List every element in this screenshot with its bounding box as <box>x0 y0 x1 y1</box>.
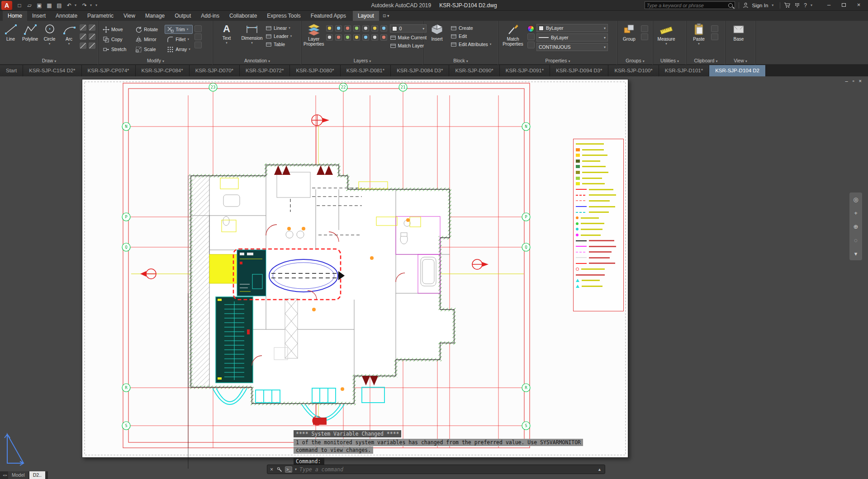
close-button[interactable]: × <box>851 0 866 10</box>
modify-array-button[interactable]: Array▾ <box>165 45 193 54</box>
modify-scale-button[interactable]: Scale <box>133 45 160 54</box>
groups-panel-title[interactable]: Groups▾ <box>617 57 653 65</box>
new-file-icon[interactable]: □ <box>15 1 24 9</box>
file-tab-ksr-sjp-c154-d2-[interactable]: KSR-SJP-C154 D2* <box>23 65 81 76</box>
ribbon-tab-output[interactable]: Output <box>170 11 196 21</box>
list-icon[interactable] <box>527 33 535 40</box>
qat-customize-icon[interactable]: ▾ <box>95 3 100 7</box>
help-dropdown-icon[interactable]: ▾ <box>811 3 815 7</box>
model-tab[interactable]: Model <box>8 471 28 479</box>
block-panel-title[interactable]: Block▾ <box>423 57 498 65</box>
file-tab-ksr-sjp-cp084-[interactable]: KSR-SJP-CP084* <box>136 65 190 76</box>
redo-icon[interactable]: ↷ <box>80 1 89 9</box>
navbar-more-icon[interactable]: ▾ <box>854 251 858 257</box>
layers-panel-title[interactable]: Layers▾ <box>302 57 423 65</box>
text-button[interactable]: A Text ▾ <box>215 22 238 57</box>
undo-dropdown-icon[interactable]: ▾ <box>75 3 79 7</box>
insert-button[interactable]: Insert <box>425 22 449 57</box>
modify-trim-button[interactable]: Trim▾ <box>165 25 193 34</box>
command-history-expand-icon[interactable]: ▲ <box>596 467 603 472</box>
command-dropdown-icon[interactable]: ▾ <box>295 467 297 471</box>
command-customize-icon[interactable] <box>277 467 282 472</box>
file-tab-ksr-sjp-cp074-[interactable]: KSR-SJP-CP074* <box>82 65 136 76</box>
minimize-button[interactable]: – <box>821 0 836 10</box>
open-file-icon[interactable]: ▱ <box>25 1 34 9</box>
color-sphere-icon[interactable] <box>527 25 534 32</box>
plot-icon[interactable]: ▤ <box>55 1 64 9</box>
layer-tool-icon-10[interactable] <box>344 34 351 41</box>
layer-tool-icon-7[interactable] <box>380 25 387 32</box>
modify-copy-button[interactable]: Copy <box>100 35 128 44</box>
layer-tool-icon-8[interactable] <box>326 34 333 41</box>
ribbon-tab-home[interactable]: Home <box>3 11 27 21</box>
ribbon-display-toggle-icon[interactable]: ⊡ ▾ <box>383 14 389 18</box>
base-button[interactable]: Base <box>727 22 750 57</box>
layer-tool-icon-4[interactable] <box>353 25 360 32</box>
modify-fillet-button[interactable]: Fillet▾ <box>165 35 193 44</box>
draw-tool-icon-5[interactable] <box>80 42 86 49</box>
layer-properties-button[interactable]: Layer Properties <box>304 22 324 57</box>
layer-tool-icon-3[interactable] <box>344 25 351 32</box>
annotation-table-button[interactable]: Table <box>266 41 292 47</box>
ribbon-tab-express-tools[interactable]: Express Tools <box>262 11 305 21</box>
draw-tool-icon-3[interactable] <box>80 33 86 40</box>
text-dropdown-icon[interactable]: ▾ <box>226 41 228 45</box>
pan-icon[interactable]: + <box>854 210 858 216</box>
circle-dropdown-icon[interactable]: ▾ <box>49 42 51 46</box>
file-tab-start[interactable]: Start <box>0 65 23 76</box>
ribbon-tab-add-ins[interactable]: Add-ins <box>196 11 224 21</box>
viewport-minimize-icon[interactable]: – <box>845 78 848 84</box>
layer-tool-icon-14[interactable] <box>380 34 387 41</box>
file-tab-ksr-sjp-d104-d2[interactable]: KSR-SJP-D104 D2 <box>709 65 766 76</box>
line-button[interactable]: Line <box>2 22 19 57</box>
file-tab-ksr-sjp-d072-[interactable]: KSR-SJP-D072* <box>240 65 290 76</box>
polyline-button[interactable]: Polyline <box>21 22 39 57</box>
annotation-panel-title[interactable]: Annotation▾ <box>213 57 301 65</box>
ribbon-tab-view[interactable]: View <box>119 11 140 21</box>
file-tab-ksr-sjp-d101-[interactable]: KSR-SJP-D101* <box>659 65 709 76</box>
layer-tool-icon-5[interactable] <box>362 25 369 32</box>
redo-dropdown-icon[interactable]: ▾ <box>90 3 95 7</box>
layers-make-current-button[interactable]: Make Current <box>390 34 427 41</box>
match-properties-button[interactable]: Match Properties <box>500 22 526 57</box>
draw-tool-icon-6[interactable] <box>89 42 95 49</box>
layers-match-layer-button[interactable]: Match Layer <box>390 42 427 49</box>
annotation-linear-button[interactable]: Linear▾ <box>266 25 292 31</box>
layout-scroll-left-icon[interactable]: ◂ <box>3 473 5 477</box>
file-tab-ksr-sjp-d091-[interactable]: KSR-SJP-D091* <box>500 65 550 76</box>
search-icon[interactable] <box>728 3 733 8</box>
file-tab-ksr-sjp-d090-[interactable]: KSR-SJP-D090* <box>449 65 499 76</box>
ribbon-tab-insert[interactable]: Insert <box>27 11 51 21</box>
command-options-icon[interactable]: >_ <box>285 466 292 473</box>
circle-button[interactable]: Circle ▾ <box>41 22 58 57</box>
modify-move-button[interactable]: Move <box>100 25 128 34</box>
save-icon[interactable]: ▣ <box>35 1 44 9</box>
zoom-icon[interactable]: ⊕ <box>854 224 859 230</box>
ribbon-tab-parametric[interactable]: Parametric <box>82 11 119 21</box>
sign-in-dropdown-icon[interactable]: ▾ <box>772 3 776 7</box>
drawing-canvas[interactable]: 232221 NNPPQQRRSS <box>0 76 868 479</box>
utilities-panel-title[interactable]: Utilities▾ <box>653 57 686 65</box>
modify-stretch-button[interactable]: Stretch <box>100 45 128 54</box>
autocad-logo-icon[interactable]: A <box>1 1 12 10</box>
layer-tool-icon-11[interactable] <box>353 34 360 41</box>
command-input[interactable] <box>299 466 593 473</box>
layer-tool-icon-2[interactable] <box>335 25 342 32</box>
object-color-dropdown[interactable]: ByLayer ▾ <box>536 24 608 32</box>
undo-icon[interactable]: ↶ <box>65 1 74 9</box>
block-edit-button[interactable]: Edit <box>451 33 491 39</box>
draw-tool-icon-4[interactable] <box>89 33 95 40</box>
modify-rotate-button[interactable]: Rotate <box>133 25 160 34</box>
modify-panel-title[interactable]: Modify▾ <box>99 57 213 65</box>
arc-dropdown-icon[interactable]: ▾ <box>68 42 70 46</box>
layer-dropdown[interactable]: 0 ▾ <box>390 24 427 33</box>
viewport-close-icon[interactable]: × <box>859 78 862 84</box>
layout-scroll-right-icon[interactable]: ▸ <box>5 473 7 477</box>
file-tab-ksr-sjp-d081-[interactable]: KSR-SJP-D081* <box>341 65 391 76</box>
block-create-button[interactable]: Create <box>451 25 491 31</box>
paste-button[interactable]: Paste ▾ <box>688 22 709 57</box>
offset-icon[interactable] <box>194 42 202 48</box>
file-tab-ksr-sjp-d080-[interactable]: KSR-SJP-D080* <box>290 65 340 76</box>
measure-button[interactable]: Measure ▾ <box>655 22 678 57</box>
layer-tool-icon-12[interactable] <box>362 34 369 41</box>
